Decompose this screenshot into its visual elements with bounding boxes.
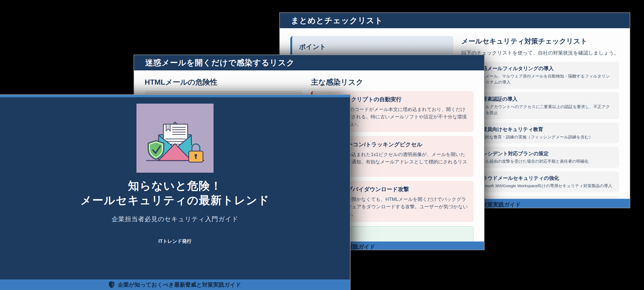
deck-title-line1: 知らないと危険！: [0, 179, 350, 193]
checklist-item-title: 従業員向けセキュリティ教育: [477, 126, 593, 133]
slide-title-text: まとめとチェックリスト: [291, 15, 383, 26]
slide-header: 迷惑メールを開くだけで感染するリスク: [134, 55, 484, 70]
slide-title-text: 迷惑メールを開くだけで感染するリスク: [145, 57, 295, 68]
deck-main-title: 知らないと危険！ メールセキュリティの最新トレンド: [0, 179, 350, 207]
envelope-shield-lock-graphic: [136, 104, 214, 173]
checklist-item-title: 多要素認証の導入: [477, 96, 614, 103]
checklist-item-body: 迷惑メール、マルウェア添付メールを自動検知・隔離するフィルタリングシステムの導入: [477, 73, 614, 85]
main-risks-heading: 主な感染リスク: [311, 77, 473, 87]
email-security-illustration: [136, 104, 214, 173]
checklist-item-title: インシデント対応プランの策定: [477, 150, 589, 157]
checklist-heading: メールセキュリティ対策チェックリスト: [461, 37, 619, 46]
checklist-item-body: Microsoft 365/Google Workspace向けの専用セキュリテ…: [477, 183, 612, 189]
slide-deck-preview: まとめとチェックリスト ポイント 巧妙化するメール攻撃は閲覧だけでも感染するリス…: [0, 0, 644, 290]
slide-header: まとめとチェックリスト: [280, 13, 630, 28]
deck-title-line2: メールセキュリティの最新トレンド: [0, 193, 350, 208]
publisher-label: ITトレンド発行: [0, 238, 350, 244]
checklist-item-title: 迷惑メールフィルタリングの導入: [477, 65, 614, 72]
checklist-item: インシデント対応プランの策定 メール経由の攻撃を受けた場合の対応手順と責任者の明…: [461, 147, 619, 168]
checklist-intro: 以下のチェックリストを使って、自社の対策状況を確認しましょう。: [461, 50, 619, 56]
checklist-item: 従業員向けセキュリティ教育 定期的な教育・訓練の実施（フィッシングメール訓練を含…: [461, 123, 619, 143]
accent-strip: [0, 95, 350, 97]
shield-icon: [109, 281, 115, 288]
checklist-item: 多要素認証の導入 メールアカウントへのアクセスに二要素以上の認証を要求し、不正ア…: [461, 92, 619, 119]
checklist-item: クラウドメールセキュリティの強化 Microsoft 365/Google Wo…: [461, 171, 619, 192]
checklist-item-body: メールアカウントへのアクセスに二要素以上の認証を要求し、不正アクセスを防止: [477, 104, 614, 116]
slide-cover-title: 知らないと危険！ メールセキュリティの最新トレンド 企業担当者必見のセキュリティ…: [0, 94, 351, 290]
checklist-item-title: クラウドメールセキュリティの強化: [477, 175, 612, 182]
point-heading: ポイント: [299, 42, 447, 51]
slide-footer: 企業が知っておくべき最新脅威と対策実践ガイド: [0, 279, 350, 290]
footer-text: 企業が知っておくべき最新脅威と対策実践ガイド: [118, 281, 241, 288]
checklist-item-body: 定期的な教育・訓練の実施（フィッシングメール訓練を含む）: [477, 134, 593, 140]
deck-subtitle: 企業担当者必見のセキュリティ入門ガイド: [0, 215, 350, 223]
checklist-item-body: メール経由の攻撃を受けた場合の対応手順と責任者の明確化: [477, 158, 589, 164]
html-mail-danger-heading: HTMLメールの危険性: [145, 77, 302, 87]
checklist-item: 迷惑メールフィルタリングの導入 迷惑メール、マルウェア添付メールを自動検知・隔離…: [461, 62, 619, 89]
